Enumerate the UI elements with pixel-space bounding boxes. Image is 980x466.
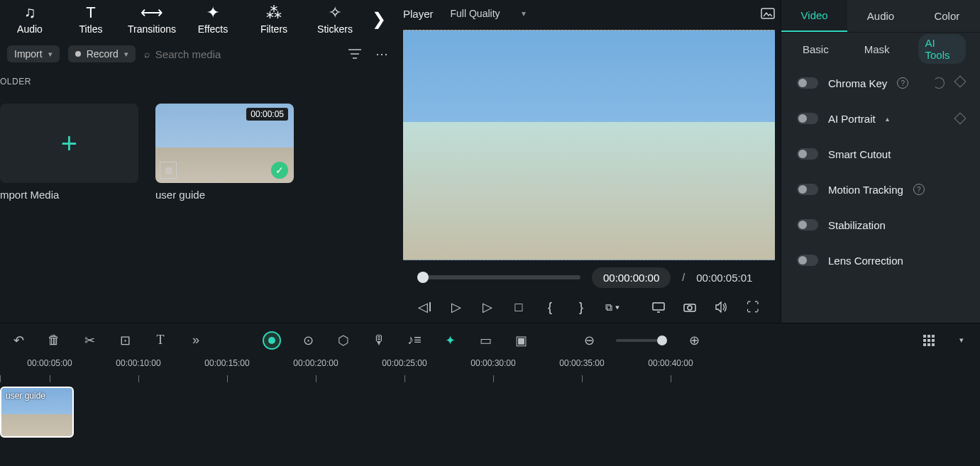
tab-transitions[interactable]: ⟷Transitions	[128, 4, 176, 35]
player-title: Player	[403, 8, 434, 20]
tab-filters[interactable]: ⁂Filters	[250, 4, 298, 35]
snapshot-button[interactable]	[761, 8, 775, 19]
total-timecode: 00:00:05:01	[696, 272, 752, 284]
stabilization-toggle[interactable]	[797, 219, 818, 231]
tab-video[interactable]: Video	[781, 0, 847, 32]
media-panel: ♫Audio TTitles ⟷Transitions ✦Effects ⁂Fi…	[0, 0, 397, 323]
lens-correction-toggle[interactable]	[797, 255, 818, 266]
chevron-down-icon: ▾	[48, 50, 53, 59]
media-clip[interactable]: 00:00:05 ▦ ✓ user guide	[155, 104, 294, 201]
search-icon: ⌕	[144, 48, 150, 60]
search-field[interactable]: ⌕	[144, 48, 339, 60]
clip-thumbnail: 00:00:05 ▦ ✓	[155, 104, 294, 183]
record-dropdown[interactable]: Record▾	[68, 45, 136, 62]
camera-button[interactable]	[683, 301, 698, 313]
ai-assist-button[interactable]	[263, 331, 281, 350]
progress-knob[interactable]	[417, 272, 429, 283]
zoom-in-button[interactable]: ⊕	[686, 333, 703, 348]
caret-up-icon[interactable]: ▴	[886, 115, 889, 123]
subtab-basic[interactable]: Basic	[795, 40, 836, 58]
sparkle-icon: ✦	[207, 4, 219, 22]
marker-button[interactable]: ▣	[512, 333, 529, 348]
clip-duration: 00:00:05	[246, 108, 288, 121]
tool-motion-tracking: Motion Tracking ?	[781, 172, 980, 207]
svg-rect-0	[761, 9, 774, 18]
more-options-icon[interactable]: ⋯	[373, 46, 390, 62]
timeline-clip[interactable]: user guide	[0, 387, 74, 438]
mark-out-button[interactable]: }	[573, 300, 589, 315]
timeline-ruler[interactable]: 00:00:05:00 00:00:10:00 00:00:15:00 00:0…	[0, 357, 980, 385]
crop-button[interactable]: ⊡	[116, 333, 133, 348]
import-media-card[interactable]: + mport Media	[0, 104, 138, 201]
grid-view-button[interactable]	[923, 335, 935, 346]
music-button[interactable]: ♪≡	[406, 333, 423, 348]
top-toolbar: ♫Audio TTitles ⟷Transitions ✦Effects ⁂Fi…	[0, 0, 397, 38]
filter-icon[interactable]	[348, 48, 365, 60]
tab-stickers[interactable]: ✧Stickers	[311, 4, 359, 35]
tab-color[interactable]: Color	[914, 0, 980, 32]
undo-button[interactable]: ↶	[10, 333, 27, 348]
timeline-track[interactable]: user guide	[0, 385, 980, 440]
tab-audio-props[interactable]: Audio	[847, 0, 913, 32]
media-controls: Import▾ Record▾ ⌕ ⋯	[0, 38, 397, 70]
next-frame-button[interactable]: ▷	[480, 299, 495, 315]
current-timecode[interactable]: 00:00:00:00	[592, 267, 671, 288]
tab-titles[interactable]: TTitles	[67, 4, 115, 35]
play-button[interactable]: ▷	[448, 299, 464, 315]
music-note-icon: ♫	[24, 4, 36, 22]
clip-label: user guide	[6, 391, 45, 401]
timecode-slash: /	[682, 272, 685, 283]
motion-tracking-toggle[interactable]	[797, 184, 818, 195]
import-dropdown[interactable]: Import▾	[7, 45, 60, 62]
help-icon[interactable]: ?	[897, 77, 908, 89]
tool-smart-cutout: Smart Cutout	[781, 136, 980, 172]
smart-cutout-toggle[interactable]	[797, 148, 818, 160]
timeline-toolbar: ↶ 🗑 ✂ ⊡ T » ⊙ ⬡ 🎙 ♪≡ ✦ ▭ ▣ ⊖ ⊕ ▾	[0, 323, 980, 357]
help-icon[interactable]: ?	[913, 184, 925, 195]
reset-icon[interactable]	[933, 77, 945, 89]
progress-scrubber[interactable]	[417, 275, 580, 279]
media-grid: + mport Media 00:00:05 ▦ ✓ user guide	[0, 89, 397, 201]
timeline-panel: ↶ 🗑 ✂ ⊡ T » ⊙ ⬡ 🎙 ♪≡ ✦ ▭ ▣ ⊖ ⊕ ▾ 00:00:0…	[0, 323, 980, 466]
split-button[interactable]: ✂	[81, 333, 98, 348]
tool-lens-correction: Lens Correction	[781, 243, 980, 278]
volume-button[interactable]	[714, 301, 730, 314]
zoom-out-button[interactable]: ⊖	[580, 333, 598, 348]
player-controls: ◁I ▷ ▷ □ { } ⧉ ▾ ⛶	[403, 292, 775, 323]
display-button[interactable]	[651, 301, 667, 313]
player-viewport[interactable]	[403, 30, 775, 260]
chroma-key-toggle[interactable]	[797, 77, 818, 89]
quality-select[interactable]: Full Quality▾	[444, 5, 533, 22]
record-dot-icon	[75, 51, 81, 57]
transitions-icon: ⟷	[141, 4, 163, 22]
search-input[interactable]	[155, 48, 269, 60]
render-button[interactable]: ✦	[441, 333, 458, 348]
more-tools-button[interactable]: »	[187, 333, 204, 348]
keyframe-icon[interactable]	[954, 113, 967, 125]
text-button[interactable]: T	[152, 333, 169, 348]
zoom-slider[interactable]	[616, 339, 667, 342]
more-tabs-button[interactable]: ❯	[372, 9, 392, 29]
svg-point-4	[688, 306, 692, 310]
view-options-button[interactable]: ▾	[953, 335, 970, 345]
property-tabs: Video Audio Color	[781, 0, 980, 33]
subtab-mask[interactable]: Mask	[857, 40, 897, 58]
ai-portrait-toggle[interactable]	[797, 113, 818, 124]
tab-audio[interactable]: ♫Audio	[6, 4, 54, 35]
marker-dropdown[interactable]: ⧉ ▾	[605, 301, 620, 314]
subtab-ai-tools[interactable]: AI Tools	[918, 34, 966, 64]
speed-button[interactable]: ⊙	[299, 333, 316, 348]
fullscreen-button[interactable]: ⛶	[745, 300, 761, 315]
keyframe-icon[interactable]	[954, 76, 967, 88]
delete-button[interactable]: 🗑	[45, 333, 62, 348]
shield-button[interactable]: ⬡	[335, 333, 352, 348]
prev-frame-button[interactable]: ◁I	[417, 299, 433, 315]
stop-button[interactable]: □	[511, 300, 527, 315]
voiceover-button[interactable]: 🎙	[370, 333, 387, 348]
tab-effects[interactable]: ✦Effects	[189, 4, 237, 35]
mark-in-button[interactable]: {	[542, 300, 558, 315]
adjust-button[interactable]: ▭	[477, 333, 494, 348]
zoom-knob[interactable]	[657, 335, 667, 345]
tool-ai-portrait: AI Portrait ▴	[781, 101, 980, 136]
chevron-down-icon: ▾	[522, 9, 526, 18]
